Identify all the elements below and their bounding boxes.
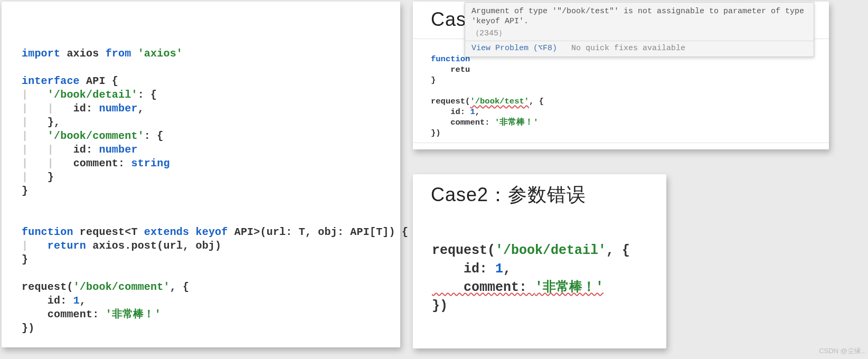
case2-request-open: request( (432, 243, 495, 258)
case2-error-comment-lbl: comment: (432, 280, 535, 295)
interface-name: API { (80, 75, 118, 87)
watermark: CSDN @尘缘.. (819, 346, 865, 356)
call-comment-lbl: comment: (22, 308, 106, 320)
case2-id-label: id: (432, 261, 495, 277)
view-problem-link[interactable]: View Problem (⌥F8) (471, 44, 557, 53)
fn-signature-rest: API>(url: T, obj: API[T]) { (228, 226, 409, 238)
case2-panel: Case2：参数错误 request('/book/detail', { id:… (413, 174, 666, 348)
case2-path: '/book/detail' (495, 243, 606, 258)
kw-from: from (106, 48, 131, 60)
kw-extends-keyof: extends keyof (144, 226, 228, 238)
str-axios: 'axios' (131, 48, 183, 60)
call-close: }) (22, 322, 34, 334)
case2-close: }) (432, 298, 448, 314)
type-string: string (131, 157, 169, 169)
id-label-2: id: (73, 144, 99, 156)
case1-error-path: '/book/test' (470, 97, 529, 106)
return-expr: axios.post(url, obj) (86, 240, 221, 252)
case2-error-comment-val: '非常棒！' (535, 280, 603, 295)
case1-after: , { (529, 97, 544, 106)
call-request-open: request( (22, 281, 73, 293)
tooltip-message: Argument of type '"/book/test"' is not a… (465, 3, 814, 29)
case2-id-comma: , (503, 261, 511, 277)
fn-request: request< (73, 226, 131, 238)
case1-bg-close: } (431, 75, 436, 85)
call-id: id: (22, 295, 73, 307)
call-arg-path: '/book/comment' (73, 281, 170, 293)
case1-request-open: request( (431, 97, 470, 106)
case1-id-val: 1 (470, 107, 475, 117)
call-comment-val: '非常棒！' (106, 308, 161, 320)
case1-close: }) (431, 128, 441, 138)
case1-comment-val: '非常棒！' (495, 118, 539, 127)
kw-function: function (22, 226, 73, 238)
tooltip-error-code: （2345） (465, 29, 814, 41)
type-number-2: number (99, 144, 137, 156)
case2-title: Case2：参数错误 (431, 182, 666, 208)
generic-T: T (131, 226, 144, 238)
no-quick-fixes: No quick fixes available (571, 44, 685, 53)
case1-comment-lbl: comment: (431, 118, 495, 127)
call-id-val: 1 (73, 295, 80, 307)
case2-after: , { (606, 243, 630, 258)
path-book-detail: '/book/detail' (48, 89, 138, 101)
kw-interface: interface (22, 75, 80, 87)
kw-import: import (22, 48, 60, 60)
tooltip-actions: View Problem (⌥F8) No quick fixes availa… (465, 41, 814, 56)
type-number-1: number (99, 102, 137, 115)
case2-id-val: 1 (495, 261, 503, 277)
error-tooltip: Argument of type '"/book/test"' is not a… (465, 2, 814, 57)
case2-code-block: request('/book/detail', { id: 1, comment… (413, 215, 666, 315)
kw-return: return (48, 240, 86, 252)
case1-id: id: (431, 107, 470, 117)
left-code-block: import axios from 'axios' interface API … (2, 2, 400, 335)
comment-label: comment: (73, 157, 131, 169)
ident-axios: axios (60, 48, 105, 60)
case1-bg-retu: retu (431, 65, 470, 74)
call-after: , { (170, 281, 190, 293)
id-label-1: id: (73, 102, 99, 115)
left-code-panel: import axios from 'axios' interface API … (2, 2, 400, 347)
path-book-comment: '/book/comment' (48, 130, 144, 142)
